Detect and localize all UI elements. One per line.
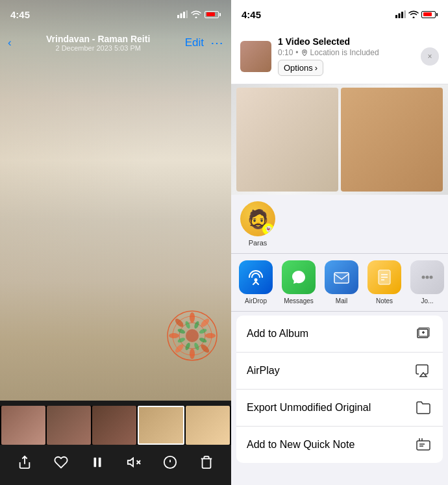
- back-button[interactable]: ‹: [8, 36, 12, 49]
- right-wifi-icon: [408, 10, 419, 18]
- left-time: 4:45: [10, 9, 30, 20]
- app-airdrop[interactable]: AirDrop: [238, 260, 274, 305]
- svg-rect-34: [399, 14, 401, 19]
- airplay-label: AirPlay: [247, 365, 280, 377]
- selected-title: 1 Video Selected: [278, 36, 414, 47]
- svg-point-6: [205, 333, 216, 338]
- preview-thumb-2: [341, 88, 443, 192]
- svg-marker-55: [420, 373, 427, 377]
- person-paras[interactable]: 🧔 👻 Paras: [240, 201, 275, 247]
- airdrop-svg: [247, 268, 265, 286]
- action-export-original[interactable]: Export Unmodified Original: [236, 390, 443, 427]
- svg-rect-22: [183, 12, 185, 18]
- edit-button[interactable]: Edit: [185, 36, 204, 49]
- more-apps-icon: [410, 260, 444, 294]
- album-svg: [416, 326, 431, 342]
- nav-title: Vrindavan - Raman Reiti: [46, 34, 150, 44]
- favorite-button[interactable]: [49, 451, 73, 474]
- svg-point-49: [426, 276, 429, 279]
- add-to-album-icon: [414, 325, 432, 343]
- svg-rect-33: [395, 15, 397, 18]
- apps-row: AirDrop Messages Mail: [231, 254, 448, 311]
- svg-rect-25: [94, 458, 97, 467]
- more-label: Jo...: [421, 297, 434, 305]
- mandala-decoration: [166, 310, 218, 362]
- right-battery-indicator: [421, 11, 438, 18]
- share-icon: [18, 455, 32, 469]
- selected-thumbnail: [240, 41, 271, 72]
- app-mail[interactable]: Mail: [323, 260, 360, 305]
- mute-icon: [127, 455, 141, 469]
- svg-point-3: [186, 329, 199, 342]
- action-add-quick-note[interactable]: Add to New Quick Note: [236, 427, 443, 463]
- selected-header: 1 Video Selected 0:10 • Location is Incl…: [231, 29, 448, 84]
- left-panel: 4:45 ‹ Vrindavan - Ram: [0, 0, 231, 485]
- svg-point-37: [303, 51, 305, 53]
- pause-icon: [90, 455, 105, 469]
- right-status-bar: 4:45: [231, 0, 448, 29]
- share-button[interactable]: [13, 451, 36, 474]
- left-nav-bar: ‹ Vrindavan - Raman Reiti 2 December 202…: [0, 29, 231, 57]
- filmstrip-thumb-3[interactable]: [92, 406, 136, 445]
- svg-point-4: [190, 312, 195, 323]
- mail-label: Mail: [336, 297, 347, 305]
- filmstrip-thumb-5[interactable]: [186, 406, 230, 445]
- mute-button[interactable]: [122, 451, 145, 474]
- app-more[interactable]: Jo...: [409, 260, 445, 305]
- snapchat-badge: 👻: [262, 223, 274, 235]
- svg-rect-26: [99, 458, 101, 467]
- export-original-icon: [414, 399, 432, 417]
- airplay-svg: [416, 363, 431, 379]
- filmstrip-thumb-1[interactable]: [1, 406, 45, 445]
- svg-rect-35: [401, 12, 403, 18]
- right-signal-icon: [395, 10, 406, 18]
- pause-button[interactable]: [86, 451, 109, 474]
- action-section-1: Add to Album AirPlay: [236, 316, 443, 463]
- nav-title-container: Vrindavan - Raman Reiti 2 December 2023 …: [46, 34, 150, 52]
- people-row: 🧔 👻 Paras: [231, 195, 448, 253]
- notes-icon: [367, 260, 401, 294]
- selected-meta: 0:10 • Location is Included: [278, 48, 414, 57]
- filmstrip-thumb-2[interactable]: [47, 406, 91, 445]
- svg-point-10: [169, 333, 179, 338]
- svg-rect-23: [186, 10, 188, 18]
- quick-note-svg: [416, 437, 431, 453]
- svg-rect-21: [180, 14, 182, 19]
- nav-right-buttons: Edit ⋯: [185, 35, 223, 51]
- action-add-to-album[interactable]: Add to Album: [236, 316, 443, 353]
- svg-rect-36: [404, 10, 406, 18]
- options-button[interactable]: Options ›: [278, 60, 323, 76]
- svg-rect-20: [177, 15, 179, 18]
- notes-label: Notes: [376, 297, 393, 305]
- mail-svg: [332, 268, 351, 286]
- svg-rect-41: [334, 273, 349, 283]
- preview-thumb-1: [236, 88, 338, 192]
- more-button[interactable]: ⋯: [210, 35, 223, 51]
- person-name: Paras: [249, 239, 268, 247]
- mail-icon: [325, 260, 358, 294]
- add-quick-note-label: Add to New Quick Note: [247, 439, 355, 451]
- info-icon: [163, 455, 177, 469]
- svg-rect-56: [417, 441, 430, 450]
- svg-marker-27: [128, 458, 133, 467]
- svg-point-50: [430, 276, 433, 279]
- bullet: •: [295, 48, 298, 57]
- filmstrip-thumb-4[interactable]: [138, 406, 184, 445]
- app-notes[interactable]: Notes: [366, 260, 403, 305]
- add-to-album-label: Add to Album: [247, 328, 308, 340]
- delete-button[interactable]: [195, 451, 218, 474]
- airplay-icon: [414, 362, 432, 380]
- heart-icon: [54, 455, 68, 469]
- location-icon: [301, 49, 308, 56]
- app-messages[interactable]: Messages: [280, 260, 317, 305]
- add-quick-note-icon: [414, 436, 432, 454]
- left-status-bar: 4:45: [0, 0, 231, 29]
- close-icon: ×: [427, 52, 432, 61]
- action-airplay[interactable]: AirPlay: [236, 353, 443, 390]
- notes-svg: [375, 268, 393, 286]
- wifi-icon: [191, 10, 201, 18]
- info-button[interactable]: [158, 451, 182, 474]
- close-button[interactable]: ×: [421, 47, 439, 66]
- video-preview: [231, 84, 448, 195]
- person-avatar: 🧔 👻: [240, 201, 275, 236]
